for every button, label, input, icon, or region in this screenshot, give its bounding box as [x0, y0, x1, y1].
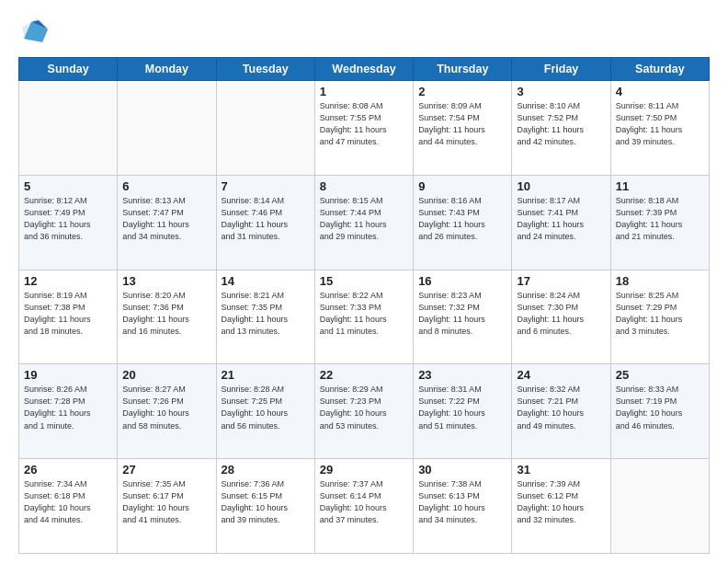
- calendar-day-cell: 8Sunrise: 8:15 AM Sunset: 7:44 PM Daylig…: [314, 175, 413, 270]
- day-number: 4: [616, 85, 704, 98]
- day-number: 22: [320, 368, 408, 382]
- day-number: 20: [122, 368, 210, 382]
- day-number: 12: [24, 274, 112, 288]
- calendar-day-cell: 9Sunrise: 8:16 AM Sunset: 7:43 PM Daylig…: [414, 175, 512, 270]
- day-info: Sunrise: 8:15 AM Sunset: 7:44 PM Dayligh…: [320, 195, 408, 243]
- day-info: Sunrise: 8:24 AM Sunset: 7:30 PM Dayligh…: [517, 290, 605, 338]
- calendar-day-cell: 15Sunrise: 8:22 AM Sunset: 7:33 PM Dayli…: [314, 270, 413, 364]
- calendar-day-header: Friday: [512, 58, 610, 81]
- day-number: 26: [24, 463, 112, 477]
- calendar-day-cell: 31Sunrise: 7:39 AM Sunset: 6:12 PM Dayli…: [512, 459, 610, 554]
- day-info: Sunrise: 7:37 AM Sunset: 6:14 PM Dayligh…: [320, 478, 408, 526]
- calendar-week-row: 1Sunrise: 8:08 AM Sunset: 7:55 PM Daylig…: [19, 81, 710, 176]
- logo-icon: [18, 15, 51, 48]
- day-info: Sunrise: 8:25 AM Sunset: 7:29 PM Dayligh…: [616, 290, 704, 338]
- day-info: Sunrise: 8:20 AM Sunset: 7:36 PM Dayligh…: [122, 290, 210, 338]
- day-info: Sunrise: 8:21 AM Sunset: 7:35 PM Dayligh…: [222, 290, 310, 338]
- day-info: Sunrise: 8:22 AM Sunset: 7:33 PM Dayligh…: [320, 290, 408, 338]
- calendar-day-cell: [118, 81, 216, 176]
- calendar-day-header: Wednesday: [314, 58, 413, 81]
- calendar-day-cell: 29Sunrise: 7:37 AM Sunset: 6:14 PM Dayli…: [314, 459, 413, 554]
- calendar-week-row: 5Sunrise: 8:12 AM Sunset: 7:49 PM Daylig…: [19, 175, 710, 270]
- day-info: Sunrise: 8:09 AM Sunset: 7:54 PM Dayligh…: [418, 100, 506, 148]
- day-number: 31: [517, 463, 605, 477]
- day-number: 9: [418, 179, 506, 193]
- calendar-day-cell: 27Sunrise: 7:35 AM Sunset: 6:17 PM Dayli…: [118, 459, 216, 554]
- day-info: Sunrise: 8:33 AM Sunset: 7:19 PM Dayligh…: [616, 384, 704, 431]
- calendar-day-cell: 14Sunrise: 8:21 AM Sunset: 7:35 PM Dayli…: [216, 270, 314, 364]
- day-number: 25: [616, 368, 704, 382]
- calendar-day-cell: 2Sunrise: 8:09 AM Sunset: 7:54 PM Daylig…: [414, 81, 512, 176]
- calendar-day-cell: 23Sunrise: 8:31 AM Sunset: 7:22 PM Dayli…: [414, 364, 512, 459]
- calendar-day-cell: 24Sunrise: 8:32 AM Sunset: 7:21 PM Dayli…: [512, 364, 610, 459]
- day-info: Sunrise: 8:19 AM Sunset: 7:38 PM Dayligh…: [24, 290, 112, 338]
- day-number: 6: [122, 179, 210, 193]
- calendar-day-cell: 13Sunrise: 8:20 AM Sunset: 7:36 PM Dayli…: [118, 270, 216, 364]
- day-number: 1: [320, 85, 408, 98]
- calendar-day-cell: [610, 459, 709, 554]
- day-info: Sunrise: 8:28 AM Sunset: 7:25 PM Dayligh…: [222, 384, 310, 431]
- day-number: 5: [24, 179, 112, 193]
- calendar-week-row: 12Sunrise: 8:19 AM Sunset: 7:38 PM Dayli…: [19, 270, 710, 364]
- day-number: 19: [24, 368, 112, 382]
- calendar-day-cell: 20Sunrise: 8:27 AM Sunset: 7:26 PM Dayli…: [118, 364, 216, 459]
- day-number: 21: [222, 368, 310, 382]
- day-number: 14: [222, 274, 310, 288]
- calendar-day-cell: 26Sunrise: 7:34 AM Sunset: 6:18 PM Dayli…: [19, 459, 118, 554]
- day-number: 23: [418, 368, 506, 382]
- calendar-day-cell: 22Sunrise: 8:29 AM Sunset: 7:23 PM Dayli…: [314, 364, 413, 459]
- day-info: Sunrise: 8:27 AM Sunset: 7:26 PM Dayligh…: [122, 384, 210, 431]
- day-number: 27: [122, 463, 210, 477]
- calendar-day-cell: 10Sunrise: 8:17 AM Sunset: 7:41 PM Dayli…: [512, 175, 610, 270]
- calendar-day-cell: 3Sunrise: 8:10 AM Sunset: 7:52 PM Daylig…: [512, 81, 610, 176]
- logo: [18, 15, 55, 48]
- calendar-day-cell: [216, 81, 314, 176]
- calendar-day-cell: 16Sunrise: 8:23 AM Sunset: 7:32 PM Dayli…: [414, 270, 512, 364]
- calendar-day-header: Sunday: [19, 58, 118, 81]
- day-info: Sunrise: 7:38 AM Sunset: 6:13 PM Dayligh…: [418, 478, 506, 526]
- calendar-day-cell: 6Sunrise: 8:13 AM Sunset: 7:47 PM Daylig…: [118, 175, 216, 270]
- day-info: Sunrise: 8:08 AM Sunset: 7:55 PM Dayligh…: [320, 100, 408, 148]
- calendar-day-cell: 5Sunrise: 8:12 AM Sunset: 7:49 PM Daylig…: [19, 175, 118, 270]
- calendar-table: SundayMondayTuesdayWednesdayThursdayFrid…: [18, 57, 710, 554]
- day-number: 29: [320, 463, 408, 477]
- day-number: 11: [616, 179, 704, 193]
- page: SundayMondayTuesdayWednesdayThursdayFrid…: [0, 0, 728, 563]
- day-number: 10: [517, 179, 605, 193]
- calendar-day-header: Thursday: [414, 58, 512, 81]
- header: [18, 15, 710, 48]
- calendar-day-cell: 4Sunrise: 8:11 AM Sunset: 7:50 PM Daylig…: [610, 81, 709, 176]
- calendar-week-row: 26Sunrise: 7:34 AM Sunset: 6:18 PM Dayli…: [19, 459, 710, 554]
- calendar-day-cell: 7Sunrise: 8:14 AM Sunset: 7:46 PM Daylig…: [216, 175, 314, 270]
- day-info: Sunrise: 8:23 AM Sunset: 7:32 PM Dayligh…: [418, 290, 506, 338]
- day-number: 3: [517, 85, 605, 98]
- day-number: 16: [418, 274, 506, 288]
- day-number: 15: [320, 274, 408, 288]
- calendar-day-cell: 30Sunrise: 7:38 AM Sunset: 6:13 PM Dayli…: [414, 459, 512, 554]
- day-info: Sunrise: 8:26 AM Sunset: 7:28 PM Dayligh…: [24, 384, 112, 431]
- calendar-day-cell: 21Sunrise: 8:28 AM Sunset: 7:25 PM Dayli…: [216, 364, 314, 459]
- day-info: Sunrise: 8:17 AM Sunset: 7:41 PM Dayligh…: [517, 195, 605, 243]
- calendar-day-cell: 17Sunrise: 8:24 AM Sunset: 7:30 PM Dayli…: [512, 270, 610, 364]
- calendar-day-cell: 12Sunrise: 8:19 AM Sunset: 7:38 PM Dayli…: [19, 270, 118, 364]
- day-info: Sunrise: 8:16 AM Sunset: 7:43 PM Dayligh…: [418, 195, 506, 243]
- calendar-day-cell: [19, 81, 118, 176]
- day-info: Sunrise: 8:18 AM Sunset: 7:39 PM Dayligh…: [616, 195, 704, 243]
- calendar-day-cell: 11Sunrise: 8:18 AM Sunset: 7:39 PM Dayli…: [610, 175, 709, 270]
- day-number: 18: [616, 274, 704, 288]
- day-number: 8: [320, 179, 408, 193]
- calendar-day-header: Tuesday: [216, 58, 314, 81]
- day-info: Sunrise: 8:32 AM Sunset: 7:21 PM Dayligh…: [517, 384, 605, 431]
- calendar-week-row: 19Sunrise: 8:26 AM Sunset: 7:28 PM Dayli…: [19, 364, 710, 459]
- day-info: Sunrise: 8:31 AM Sunset: 7:22 PM Dayligh…: [418, 384, 506, 431]
- day-info: Sunrise: 8:14 AM Sunset: 7:46 PM Dayligh…: [222, 195, 310, 243]
- day-info: Sunrise: 7:39 AM Sunset: 6:12 PM Dayligh…: [517, 478, 605, 526]
- calendar-day-header: Saturday: [610, 58, 709, 81]
- day-number: 30: [418, 463, 506, 477]
- day-number: 24: [517, 368, 605, 382]
- day-info: Sunrise: 7:35 AM Sunset: 6:17 PM Dayligh…: [122, 478, 210, 526]
- day-info: Sunrise: 8:10 AM Sunset: 7:52 PM Dayligh…: [517, 100, 605, 148]
- day-info: Sunrise: 8:12 AM Sunset: 7:49 PM Dayligh…: [24, 195, 112, 243]
- day-number: 13: [122, 274, 210, 288]
- day-number: 2: [418, 85, 506, 98]
